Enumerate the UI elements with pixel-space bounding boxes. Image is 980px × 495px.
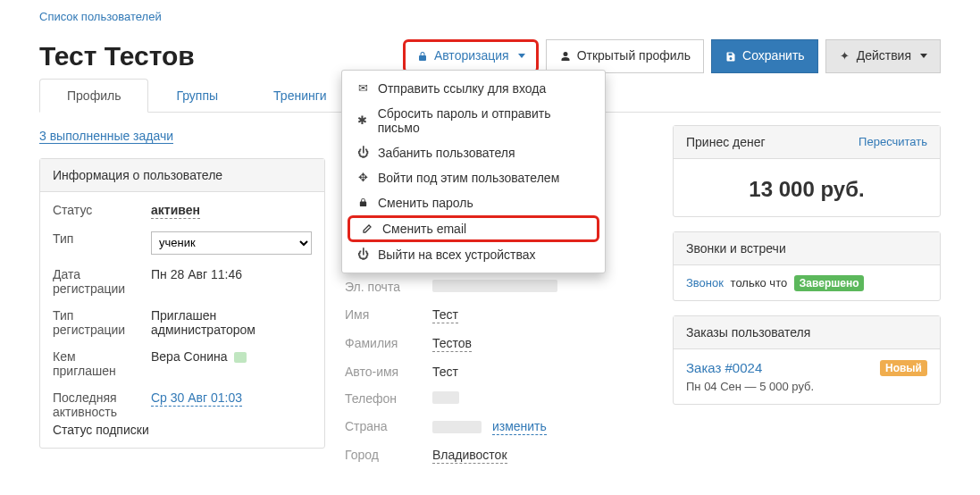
calls-panel: Звонки и встречи Звонок только что Завер…	[673, 231, 941, 301]
lock-small-icon	[356, 197, 369, 207]
phone-label: Телефон	[345, 391, 416, 407]
user-icon	[559, 51, 572, 62]
country-flag	[432, 421, 482, 433]
order-badge: Новый	[880, 360, 927, 376]
email-label: Эл. почта	[345, 280, 416, 295]
dd-send-login-link[interactable]: ✉ Отправить ссылку для входа	[342, 76, 605, 101]
auto-name-label: Авто-имя	[345, 365, 416, 379]
reg-date-value: Пн 28 Авг 11:46	[151, 267, 312, 296]
type-label: Тип	[53, 231, 142, 255]
last-name-label: Фамилия	[345, 336, 416, 352]
power-icon: ⏻	[356, 248, 369, 261]
save-button[interactable]: Сохранить	[711, 39, 818, 73]
dd-change-email[interactable]: Сменить email	[348, 215, 599, 242]
call-link[interactable]: Звонок	[686, 276, 724, 289]
dd-change-password[interactable]: Сменить пароль	[342, 190, 605, 215]
completed-tasks-link[interactable]: 3 выполненные задачи	[39, 129, 173, 144]
actions-dropdown-button[interactable]: ✦ Действия	[825, 39, 941, 73]
user-info-panel: Информация о пользователе Статус активен…	[39, 158, 325, 449]
tab-profile[interactable]: Профиль	[39, 79, 148, 113]
invited-by-value[interactable]: Вера Сонина	[151, 349, 228, 364]
city-label: Город	[345, 448, 416, 464]
first-name-value[interactable]: Тест	[432, 307, 458, 323]
envelope-icon: ✉	[356, 81, 369, 95]
tab-groups[interactable]: Группы	[148, 79, 246, 113]
public-profile-button[interactable]: Открытый профиль	[546, 39, 704, 73]
money-heading: Принес денег	[686, 135, 766, 149]
header-actions: Авторизация Открытый профиль Сохранить ✦…	[403, 39, 941, 73]
city-value[interactable]: Владивосток	[432, 448, 507, 464]
subscription-status-label: Статус подписки	[53, 423, 312, 437]
dd-ban-user[interactable]: ⏻ Забанить пользователя	[342, 140, 605, 165]
reg-type-value: Приглашен администратором	[151, 308, 312, 337]
status-label: Статус	[53, 203, 142, 219]
actions-button-label: Действия	[857, 47, 911, 65]
call-status-badge: Завершено	[794, 275, 865, 291]
auth-dropdown-menu: ✉ Отправить ссылку для входа ✱ Сбросить …	[341, 70, 606, 273]
lock-icon	[416, 51, 429, 62]
money-badge-icon	[234, 352, 247, 363]
phone-value	[432, 391, 459, 404]
orders-panel: Заказы пользователя Заказ #0024 Новый Пн…	[673, 315, 941, 405]
invited-by-label: Кем приглашен	[53, 349, 142, 378]
recalculate-link[interactable]: Пересчитать	[859, 135, 927, 148]
country-change[interactable]: изменить	[492, 419, 547, 435]
money-panel: Принес денег Пересчитать 13 000 руб.	[673, 125, 941, 217]
orders-heading: Заказы пользователя	[674, 316, 940, 349]
last-activity-label: Последняя активность	[53, 390, 142, 419]
breadcrumb-users-list[interactable]: Список пользователей	[39, 10, 162, 23]
auto-name-value: Тест	[432, 365, 653, 379]
asterisk-icon: ✱	[356, 113, 369, 127]
auth-dropdown-button[interactable]: Авторизация	[403, 39, 539, 73]
power-icon: ⏻	[356, 146, 369, 159]
page-title: Тест Тестов	[39, 41, 195, 71]
bolt-icon: ✦	[839, 48, 851, 64]
last-activity-value[interactable]: Ср 30 Авг 01:03	[151, 390, 242, 407]
caret-down-icon	[518, 54, 525, 58]
money-amount: 13 000 руб.	[686, 170, 927, 206]
first-name-label: Имя	[345, 307, 416, 323]
dd-login-as[interactable]: ✥ Войти под этим пользователем	[342, 165, 605, 190]
move-icon: ✥	[356, 171, 369, 184]
reg-date-label: Дата регистрации	[53, 267, 142, 296]
call-when: только что	[731, 276, 788, 289]
email-value	[432, 280, 557, 292]
floppy-icon	[725, 51, 737, 62]
order-details: Пн 04 Сен — 5 000 руб.	[686, 380, 927, 393]
auth-button-label: Авторизация	[434, 47, 509, 65]
reg-type-label: Тип регистрации	[53, 308, 142, 337]
calls-heading: Звонки и встречи	[674, 232, 940, 265]
dd-reset-password[interactable]: ✱ Сбросить пароль и отправить письмо	[342, 101, 605, 140]
country-label: Страна	[345, 419, 416, 435]
public-profile-label: Открытый профиль	[577, 47, 691, 65]
order-link[interactable]: Заказ #0024	[686, 360, 762, 375]
type-select[interactable]: ученик	[151, 231, 312, 255]
dd-logout-all[interactable]: ⏻ Выйти на всех устройствах	[342, 242, 605, 267]
tab-trainings[interactable]: Тренинги	[246, 79, 355, 113]
last-name-value[interactable]: Тестов	[432, 336, 472, 352]
caret-down-icon	[920, 54, 927, 58]
save-button-label: Сохранить	[742, 47, 805, 65]
edit-icon	[361, 223, 373, 234]
user-info-heading: Информация о пользователе	[40, 159, 324, 192]
status-value[interactable]: активен	[151, 203, 200, 219]
